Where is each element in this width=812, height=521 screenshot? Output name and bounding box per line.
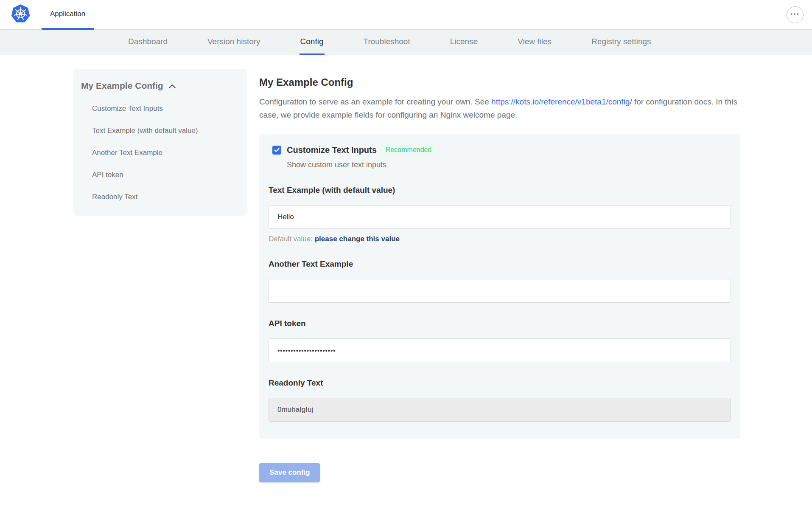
chevron-up-icon (168, 81, 176, 91)
readonly-text-input (269, 398, 731, 422)
config-group-panel: Customize Text Inputs Recommended Show c… (259, 134, 740, 439)
text-example-default-helper: Default value: please change this value (269, 235, 731, 243)
api-token-input[interactable] (269, 338, 731, 362)
another-text-example-input[interactable] (269, 279, 731, 303)
config-groups-sidebar: My Example Config Customize Text Inputs … (73, 69, 247, 216)
customize-text-inputs-help: Show custom user text inputs (287, 161, 731, 169)
tab-version-history[interactable]: Version history (207, 30, 261, 55)
tab-label: View files (518, 37, 552, 46)
content-area: My Example Config Customize Text Inputs … (0, 55, 812, 482)
customize-text-inputs-checkbox[interactable] (272, 146, 281, 155)
sidebar-item-another-text-example[interactable]: Another Text Example (92, 149, 238, 157)
sidebar-item-customize-text-inputs[interactable]: Customize Text Inputs (92, 104, 238, 113)
another-text-example-label: Another Text Example (269, 259, 731, 269)
app-tab-application[interactable]: Application (42, 0, 94, 30)
save-config-button[interactable]: Save config (259, 463, 320, 482)
tab-label: License (450, 37, 478, 46)
app-tab-label: Application (50, 10, 85, 18)
tab-view-files[interactable]: View files (517, 30, 552, 55)
kubernetes-logo-icon (11, 4, 31, 25)
tab-label: Config (300, 37, 324, 46)
tab-label: Version history (207, 37, 260, 46)
text-example-label: Text Example (with default value) (269, 186, 731, 195)
customize-text-inputs-row: Customize Text Inputs Recommended (269, 144, 731, 155)
app-header: Application ••• (0, 0, 812, 30)
default-value-prefix: Default value: (269, 235, 315, 243)
default-value-text: please change this value (315, 235, 400, 243)
config-main-column: My Example Config Configuration to serve… (259, 55, 740, 482)
sidebar-item-readonly-text[interactable]: Readonly Text (92, 193, 238, 201)
customize-text-inputs-label[interactable]: Customize Text Inputs (287, 145, 377, 155)
tab-troubleshoot[interactable]: Troubleshoot (363, 30, 411, 55)
tab-dashboard[interactable]: Dashboard (127, 30, 168, 55)
tab-config[interactable]: Config (300, 30, 325, 55)
sidebar-item-api-token[interactable]: API token (92, 171, 238, 179)
readonly-text-label: Readonly Text (269, 378, 731, 388)
tab-label: Registry settings (591, 37, 651, 46)
page-title: My Example Config (259, 76, 740, 88)
more-menu-button[interactable]: ••• (787, 6, 804, 23)
sidebar-item-list: Customize Text Inputs Text Example (with… (79, 104, 238, 201)
page-description: Configuration to serve as an example for… (259, 95, 740, 121)
tab-license[interactable]: License (449, 30, 479, 55)
config-docs-link[interactable]: https://kots.io/reference/v1beta1/config… (491, 97, 632, 106)
ellipsis-icon: ••• (790, 11, 800, 19)
tab-registry-settings[interactable]: Registry settings (591, 30, 652, 55)
sidebar-group-title: My Example Config (81, 81, 163, 91)
header-right: ••• (787, 0, 812, 29)
sidebar-group-toggle[interactable]: My Example Config (79, 81, 238, 91)
tab-label: Dashboard (128, 37, 168, 46)
sidebar-item-text-example[interactable]: Text Example (with default value) (92, 127, 238, 135)
description-text-before: Configuration to serve as an example for… (259, 97, 491, 106)
recommended-badge: Recommended (382, 144, 436, 155)
subnav-tabbar: Dashboard Version history Config Trouble… (0, 30, 812, 55)
logo-wrap (0, 0, 31, 29)
api-token-label: API token (269, 319, 731, 328)
tab-label: Troubleshoot (364, 37, 410, 46)
text-example-input[interactable] (269, 205, 731, 229)
